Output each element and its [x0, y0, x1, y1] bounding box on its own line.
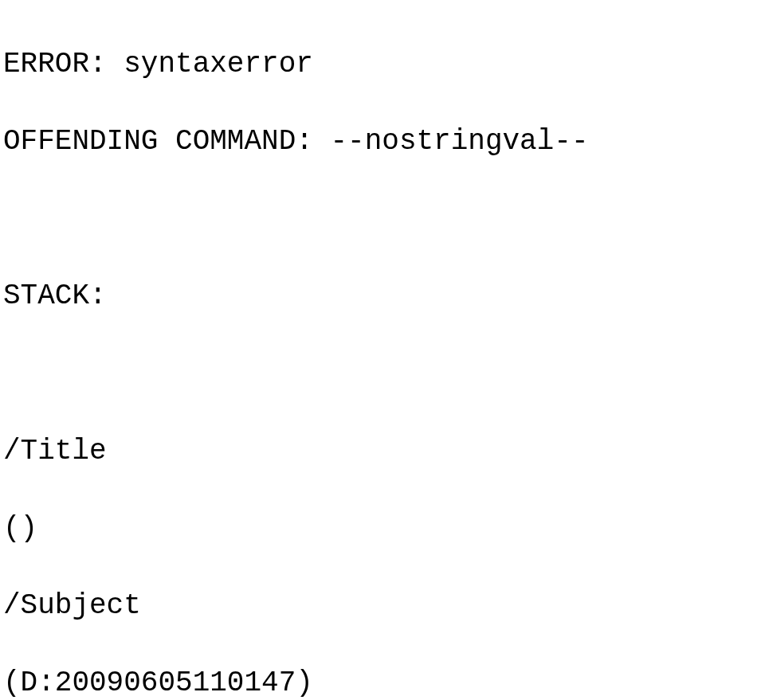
blank-line-1: [3, 200, 762, 239]
stack-entry-date-1: (D:20090605110147): [3, 664, 762, 700]
error-line: ERROR: syntaxerror: [3, 45, 762, 84]
stack-entry-subject: /Subject: [3, 587, 762, 626]
stack-entry-empty-1: (): [3, 510, 762, 549]
blank-line-2: [3, 354, 762, 393]
offending-command-line: OFFENDING COMMAND: --nostringval--: [3, 123, 762, 162]
stack-header: STACK:: [3, 277, 762, 316]
stack-entry-title: /Title: [3, 432, 762, 471]
